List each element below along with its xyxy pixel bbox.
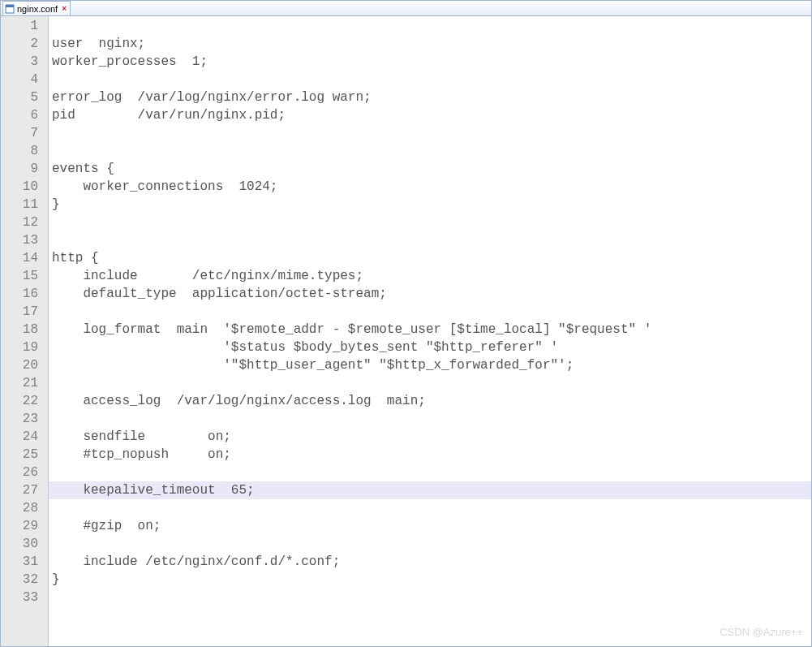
- line-number: 12: [1, 214, 48, 231]
- code-line[interactable]: #tcp_nopush on;: [49, 446, 811, 464]
- line-number: 10: [1, 178, 48, 196]
- code-line[interactable]: keepalive_timeout 65;: [49, 481, 811, 499]
- line-number: 27: [1, 481, 48, 499]
- tab-label: nginx.conf: [17, 4, 58, 14]
- line-number: 13: [1, 231, 48, 249]
- line-number-gutter: 1234567891011121314151617181920212223242…: [1, 16, 49, 646]
- editor-window: nginx.conf × 123456789101112131415161718…: [0, 0, 812, 647]
- line-number: 21: [1, 374, 48, 392]
- line-number: 9: [1, 160, 48, 178]
- code-line[interactable]: '"$http_user_agent" "$http_x_forwarded_f…: [49, 356, 811, 374]
- tab-nginx-conf[interactable]: nginx.conf ×: [2, 1, 71, 15]
- code-line[interactable]: [49, 410, 811, 428]
- line-number: 2: [1, 35, 48, 53]
- code-line[interactable]: include /etc/nginx/mime.types;: [49, 267, 811, 285]
- code-line[interactable]: default_type application/octet-stream;: [49, 285, 811, 303]
- line-number: 23: [1, 410, 48, 428]
- line-number: 15: [1, 267, 48, 285]
- code-line[interactable]: pid /var/run/nginx.pid;: [49, 106, 811, 124]
- tab-bar: nginx.conf ×: [1, 1, 811, 16]
- code-line[interactable]: user nginx;: [49, 35, 811, 53]
- code-line[interactable]: [49, 214, 811, 231]
- line-number: 24: [1, 428, 48, 446]
- line-number: 1: [1, 17, 48, 35]
- line-number: 5: [1, 88, 48, 106]
- line-number: 22: [1, 392, 48, 410]
- code-line[interactable]: log_format main '$remote_addr - $remote_…: [49, 321, 811, 339]
- watermark: CSDN @Azure++: [720, 623, 803, 641]
- line-number: 33: [1, 589, 48, 606]
- code-line[interactable]: [49, 71, 811, 88]
- code-line[interactable]: [49, 589, 811, 606]
- code-line[interactable]: error_log /var/log/nginx/error.log warn;: [49, 88, 811, 106]
- line-number: 31: [1, 553, 48, 571]
- line-number: 28: [1, 499, 48, 517]
- line-number: 14: [1, 249, 48, 267]
- close-icon[interactable]: ×: [60, 5, 68, 13]
- line-number: 26: [1, 464, 48, 481]
- code-line[interactable]: }: [49, 571, 811, 589]
- line-number: 7: [1, 124, 48, 142]
- code-line[interactable]: #gzip on;: [49, 517, 811, 535]
- code-line[interactable]: access_log /var/log/nginx/access.log mai…: [49, 392, 811, 410]
- code-line[interactable]: [49, 535, 811, 553]
- code-area[interactable]: user nginx;worker_processes 1;error_log …: [49, 16, 811, 646]
- line-number: 11: [1, 196, 48, 214]
- line-number: 32: [1, 571, 48, 589]
- code-line[interactable]: [49, 124, 811, 142]
- svg-rect-1: [6, 5, 14, 7]
- code-line[interactable]: [49, 231, 811, 249]
- code-line[interactable]: [49, 17, 811, 35]
- code-line[interactable]: worker_connections 1024;: [49, 178, 811, 196]
- code-line[interactable]: [49, 303, 811, 321]
- line-number: 18: [1, 321, 48, 339]
- line-number: 8: [1, 142, 48, 160]
- editor-area: 1234567891011121314151617181920212223242…: [1, 16, 811, 646]
- line-number: 29: [1, 517, 48, 535]
- code-line[interactable]: events {: [49, 160, 811, 178]
- code-line[interactable]: [49, 142, 811, 160]
- line-number: 20: [1, 356, 48, 374]
- code-line[interactable]: sendfile on;: [49, 428, 811, 446]
- code-line[interactable]: [49, 499, 811, 517]
- code-line[interactable]: [49, 374, 811, 392]
- line-number: 3: [1, 53, 48, 71]
- code-line[interactable]: include /etc/nginx/conf.d/*.conf;: [49, 553, 811, 571]
- code-line[interactable]: [49, 464, 811, 481]
- code-line[interactable]: http {: [49, 249, 811, 267]
- code-line[interactable]: '$status $body_bytes_sent "$http_referer…: [49, 339, 811, 356]
- line-number: 16: [1, 285, 48, 303]
- code-line[interactable]: }: [49, 196, 811, 214]
- line-number: 6: [1, 106, 48, 124]
- code-line[interactable]: worker_processes 1;: [49, 53, 811, 71]
- line-number: 4: [1, 71, 48, 88]
- line-number: 25: [1, 446, 48, 464]
- line-number: 17: [1, 303, 48, 321]
- line-number: 19: [1, 339, 48, 356]
- file-icon: [5, 4, 15, 14]
- line-number: 30: [1, 535, 48, 553]
